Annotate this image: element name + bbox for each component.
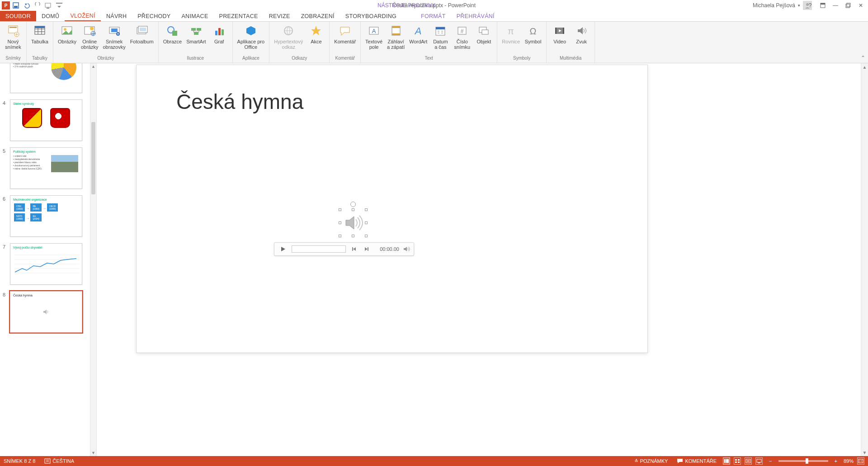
zoom-in-button[interactable]: + (832, 458, 840, 464)
group-label-tables: Tabulky (29, 56, 50, 63)
date-time-icon (433, 24, 448, 38)
notes-button[interactable]: ≛ POZNÁMKY (632, 458, 671, 464)
zoom-level[interactable]: 89% (844, 458, 854, 464)
slide-thumbnail[interactable]: 4 Státní symboly (0, 98, 90, 146)
scroll-down-icon[interactable]: ▼ (90, 450, 96, 456)
tab-storyboarding[interactable]: STORYBOARDING (340, 11, 402, 21)
slide-canvas[interactable]: Česká hymna 00:00.00 (137, 65, 647, 353)
volume-button[interactable] (403, 245, 410, 253)
new-slide-button[interactable]: Nový snímek (3, 23, 24, 51)
ribbon-display-options-button[interactable] (817, 1, 828, 10)
chart-button[interactable]: Graf (209, 23, 230, 45)
slide-thumbnail[interactable]: 7 Vývoj počtu obyvatel (0, 241, 90, 289)
undo-button[interactable] (22, 0, 32, 10)
svg-rect-25 (140, 28, 146, 31)
scrollbar-thumb[interactable] (91, 122, 95, 194)
redo-button[interactable] (33, 0, 42, 10)
rotate-handle[interactable] (350, 202, 356, 207)
slide-thumbnail[interactable]: • vnitrozemský stát• rozloha – 78 886 km… (0, 63, 90, 98)
scroll-up-icon[interactable]: ▲ (90, 63, 96, 70)
pictures-button[interactable]: Obrázky (56, 23, 78, 45)
scroll-up-icon[interactable]: ▲ (861, 63, 868, 71)
svg-rect-7 (821, 3, 825, 5)
object-button[interactable]: Objekt (473, 23, 494, 45)
svg-text:π: π (508, 26, 514, 36)
svg-rect-46 (482, 30, 488, 34)
tab-transitions[interactable]: PŘECHODY (132, 11, 176, 21)
action-button[interactable]: Akce (306, 23, 326, 45)
table-button[interactable]: Tabulka (29, 23, 50, 45)
tab-design[interactable]: NÁVRH (101, 11, 132, 21)
group-label-text: Text (363, 56, 494, 63)
comments-button[interactable]: KOMENTÁŘE (674, 458, 719, 464)
normal-view-button[interactable] (723, 457, 730, 465)
thumbnail-scrollbar[interactable]: ▲ ▼ (90, 63, 96, 456)
shapes-icon (165, 24, 179, 38)
online-pictures-icon (82, 24, 97, 38)
date-time-button[interactable]: Datum a čas (430, 23, 451, 51)
symbol-button[interactable]: ΩSymbol (523, 23, 543, 45)
close-button[interactable]: ✕ (855, 1, 866, 10)
reading-view-button[interactable] (745, 457, 752, 465)
slideshow-view-button[interactable] (755, 457, 763, 465)
help-button[interactable]: ? (805, 1, 816, 10)
video-button[interactable]: Video (549, 23, 570, 45)
tab-insert[interactable]: VLOŽENÍ (65, 11, 101, 21)
smartart-icon (189, 24, 203, 38)
audio-icon (574, 24, 589, 38)
svg-rect-28 (191, 28, 196, 31)
svg-rect-53 (368, 247, 368, 251)
selection-handles[interactable] (340, 210, 366, 236)
slide-thumbnail[interactable]: 5 Politický systém • unitární stát• zast… (0, 146, 90, 193)
smartart-button[interactable]: SmartArt (184, 23, 208, 45)
slide-sorter-view-button[interactable] (734, 457, 741, 465)
canvas-scrollbar[interactable]: ▲ ▼ (861, 63, 868, 456)
screenshot-button[interactable]: Snímek obrazovky (101, 23, 127, 51)
photo-album-button[interactable]: Fotoalbum (128, 23, 156, 45)
restore-button[interactable] (843, 1, 854, 10)
zoom-slider[interactable] (778, 460, 828, 462)
audio-player-bar: 00:00.00 (274, 242, 414, 256)
qat-more-button[interactable] (54, 0, 64, 10)
slide-thumbnail[interactable]: 8 Česká hymna (0, 289, 90, 337)
fit-to-window-button[interactable] (857, 457, 864, 465)
symbol-icon: Ω (526, 24, 540, 38)
skip-back-button[interactable] (349, 246, 359, 252)
slide-title[interactable]: Česká hymna (176, 89, 303, 114)
tab-file[interactable]: SOUBOR (0, 11, 36, 21)
audio-object[interactable]: 00:00.00 (340, 210, 366, 236)
start-from-beginning-button[interactable] (43, 0, 53, 10)
tab-animations[interactable]: ANIMACE (176, 11, 213, 21)
slide-counter[interactable]: SNÍMEK 8 Z 8 (4, 458, 35, 464)
shapes-button[interactable]: Obrazce (161, 23, 184, 45)
tab-home[interactable]: DOMŮ (36, 11, 65, 21)
pictures-icon (60, 24, 74, 38)
collapse-ribbon-button[interactable]: ⌃ (861, 55, 865, 61)
audio-button[interactable]: Zvuk (571, 23, 592, 45)
textbox-button[interactable]: ATextové pole (363, 23, 384, 51)
seek-track[interactable] (292, 245, 346, 253)
play-button[interactable] (278, 246, 288, 252)
save-button[interactable] (11, 0, 21, 10)
tab-format[interactable]: FORMÁT (415, 11, 451, 21)
slide-number-button[interactable]: #Číslo snímku (452, 23, 472, 51)
user-account[interactable]: Michaela Pejšová ▾ (753, 1, 812, 10)
minimize-button[interactable]: — (830, 1, 841, 10)
tab-slideshow[interactable]: PREZENTACE (214, 11, 264, 21)
wordart-button[interactable]: AWordArt (407, 23, 429, 45)
comment-icon (338, 24, 352, 38)
svg-rect-11 (9, 27, 17, 28)
apps-for-office-button[interactable]: Aplikace pro Office (236, 23, 267, 51)
skip-forward-button[interactable] (362, 246, 371, 252)
svg-rect-55 (724, 459, 726, 463)
language-button[interactable]: ČEŠTINA (42, 458, 77, 464)
online-pictures-button[interactable]: Online obrázky (79, 23, 100, 51)
tab-view[interactable]: ZOBRAZENÍ (296, 11, 340, 21)
comment-button[interactable]: Komentář (332, 23, 358, 45)
slide-thumbnail[interactable]: 6 Mezinárodní organizace OSN(1993)→RE(19… (0, 193, 90, 241)
tab-playback[interactable]: PŘEHRÁVÁNÍ (451, 11, 500, 21)
zoom-out-button[interactable]: − (766, 458, 774, 464)
tab-review[interactable]: REVIZE (264, 11, 296, 21)
scroll-down-icon[interactable]: ▼ (861, 449, 868, 456)
header-footer-button[interactable]: Záhlaví a zápatí (385, 23, 406, 51)
